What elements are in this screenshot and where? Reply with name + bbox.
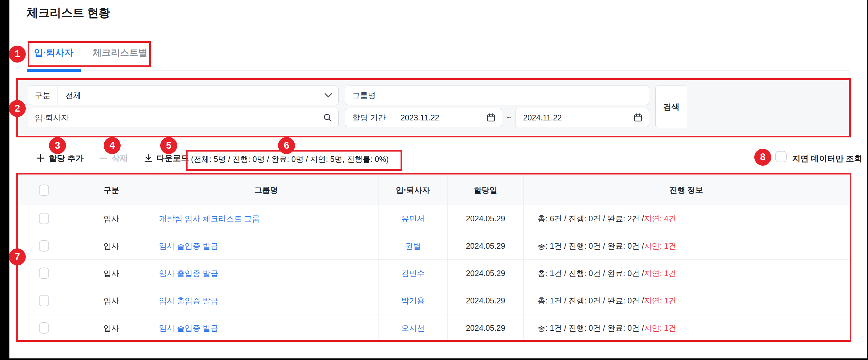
plus-icon — [36, 154, 45, 162]
add-assignment-label: 할당 추가 — [49, 153, 84, 164]
group-link[interactable]: 개발팀 입사 체크리스트 그룹 — [154, 205, 378, 232]
group-name-label: 그룹명 — [345, 86, 383, 105]
group-link[interactable]: 임시 출입증 발급 — [154, 287, 378, 314]
cell-date: 2024.05.29 — [448, 314, 524, 341]
cell-category: 입사 — [69, 314, 154, 341]
period-label: 할당 기간 — [345, 108, 393, 127]
period-start-field[interactable]: 할당 기간 2023.11.22 — [345, 108, 502, 127]
search-button[interactable]: 검색 — [655, 86, 687, 128]
group-link[interactable]: 임시 출입증 발급 — [154, 260, 378, 287]
frame-bottom-edge — [0, 358, 868, 360]
cell-date: 2024.05.29 — [448, 260, 524, 287]
tab-in-out-employee[interactable]: 입·퇴사자 — [34, 47, 73, 59]
progress-delay: 지연: 1건 — [644, 296, 676, 306]
cell-category: 입사 — [69, 205, 154, 232]
person-link[interactable]: 유민서 — [378, 205, 448, 232]
person-search-field[interactable]: 입·퇴사자 — [28, 108, 339, 127]
table-row: 입사 임시 출입증 발급 권별 2024.05.29 총: 1건 / 진행: 0… — [19, 232, 849, 260]
progress-delay: 지연: 4건 — [644, 213, 676, 224]
assignment-table: 구분 그룹명 입·퇴사자 할당일 진행 정보 입사 개발팀 입사 체크리스트 그… — [19, 175, 849, 342]
frame-right-edge — [867, 0, 868, 360]
table-row: 입사 임시 출입증 발급 김민수 2024.05.29 총: 1건 / 진행: … — [19, 260, 849, 287]
group-link[interactable]: 임시 출입증 발급 — [154, 314, 378, 341]
annotation-badge-5: 5 — [160, 137, 177, 154]
cell-date: 2024.05.29 — [448, 232, 524, 260]
tabbar-divider — [27, 70, 850, 71]
category-value: 전체 — [58, 90, 324, 100]
cell-category: 입사 — [69, 260, 154, 287]
cell-category: 입사 — [69, 232, 154, 260]
annotation-badge-1: 1 — [9, 46, 26, 63]
cell-date: 2024.05.29 — [448, 287, 524, 314]
calendar-icon[interactable] — [487, 113, 502, 122]
cell-category: 입사 — [69, 287, 154, 314]
row-checkbox[interactable] — [39, 322, 49, 334]
header-person: 입·퇴사자 — [378, 175, 448, 205]
table-row: 입사 임시 출입증 발급 박기용 2024.05.29 총: 1건 / 진행: … — [19, 287, 849, 314]
header-progress: 진행 정보 — [524, 175, 849, 205]
progress-delay: 지연: 1건 — [644, 323, 676, 333]
period-end-field[interactable]: 2024.11.22 — [515, 108, 649, 127]
person-link[interactable]: 오지선 — [378, 314, 448, 341]
header-date: 할당일 — [448, 175, 524, 205]
person-link[interactable]: 권별 — [378, 232, 448, 260]
header-checkbox-cell — [19, 175, 69, 205]
checklist-status-page: 체크리스트 현황 입·퇴사자 체크리스트별 구분 전체 그룹명 입·퇴사자 할당… — [0, 0, 868, 360]
header-category: 구분 — [69, 175, 154, 205]
download-button[interactable]: 다운로드 — [144, 152, 189, 164]
annotation-badge-8: 8 — [754, 149, 771, 166]
delete-label: 삭제 — [112, 153, 128, 164]
annotation-badge-6: 6 — [278, 137, 295, 154]
person-link[interactable]: 김민수 — [378, 260, 448, 287]
row-checkbox[interactable] — [39, 268, 49, 279]
category-select[interactable]: 구분 전체 — [28, 86, 339, 105]
progress-main: 총: 6건 / 진행: 0건 / 완료: 2건 / — [537, 213, 644, 224]
delay-only-label: 지연 데이터만 조회 — [792, 153, 862, 164]
delete-button[interactable]: 삭제 — [99, 152, 128, 164]
add-assignment-button[interactable]: 할당 추가 — [36, 152, 84, 164]
row-checkbox[interactable] — [39, 240, 49, 251]
progress-main: 총: 1건 / 진행: 0건 / 완료: 0건 / — [537, 241, 644, 251]
delay-only-checkbox[interactable] — [775, 151, 787, 162]
progress-main: 총: 1건 / 진행: 0건 / 완료: 0건 / — [537, 296, 644, 306]
select-all-checkbox[interactable] — [39, 185, 49, 196]
download-label: 다운로드 — [156, 153, 189, 164]
page-title: 체크리스트 현황 — [27, 5, 110, 21]
cell-date: 2024.05.29 — [448, 205, 524, 232]
annotation-badge-4: 4 — [104, 137, 121, 154]
table-header-row: 구분 그룹명 입·퇴사자 할당일 진행 정보 — [19, 175, 849, 205]
period-start-value[interactable]: 2023.11.22 — [393, 113, 487, 122]
progress-main: 총: 1건 / 진행: 0건 / 완료: 0건 / — [537, 323, 644, 333]
annotation-badge-3: 3 — [49, 137, 66, 154]
group-link[interactable]: 임시 출입증 발급 — [154, 232, 378, 260]
minus-icon — [99, 154, 108, 162]
row-checkbox[interactable] — [39, 213, 49, 224]
row-checkbox[interactable] — [39, 295, 49, 306]
header-group: 그룹명 — [154, 175, 378, 205]
download-icon — [144, 154, 153, 162]
table-row: 입사 개발팀 입사 체크리스트 그룹 유민서 2024.05.29 총: 6건 … — [19, 205, 849, 232]
person-search-label: 입·퇴사자 — [28, 108, 76, 127]
progress-main: 총: 1건 / 진행: 0건 / 완료: 0건 / — [537, 268, 644, 278]
search-icon[interactable] — [323, 113, 338, 122]
category-label: 구분 — [28, 86, 58, 105]
progress-delay: 지연: 1건 — [644, 241, 676, 251]
progress-summary: (전체: 5명 / 진행: 0명 / 완료: 0명 / 지연: 5명, 진행률:… — [191, 154, 389, 164]
progress-delay: 지연: 1건 — [644, 268, 676, 278]
calendar-icon[interactable] — [633, 113, 649, 122]
active-tab-indicator — [27, 69, 81, 72]
period-end-value[interactable]: 2024.11.22 — [516, 113, 633, 122]
tab-by-checklist[interactable]: 체크리스트별 — [93, 47, 147, 59]
group-name-field[interactable]: 그룹명 — [345, 86, 649, 105]
chevron-down-icon — [324, 93, 338, 97]
frame-left-edge — [0, 0, 9, 360]
period-separator: ~ — [506, 113, 512, 123]
person-link[interactable]: 박기용 — [378, 287, 448, 314]
table-row: 입사 임시 출입증 발급 오지선 2024.05.29 총: 1건 / 진행: … — [19, 314, 849, 341]
